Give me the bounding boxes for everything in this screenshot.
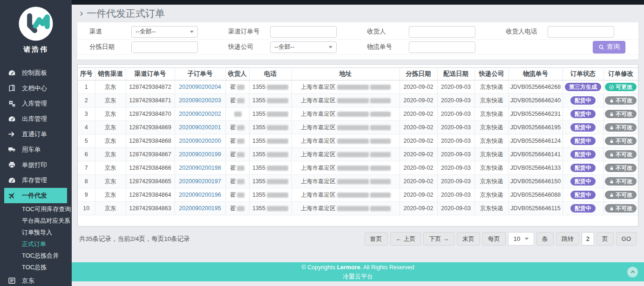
table-row: 1京东12874293848722020090200204翟1355上海市嘉定区… (78, 80, 638, 94)
redacted-text (370, 179, 391, 184)
consignee-phone-input[interactable] (548, 26, 614, 38)
redacted-text (337, 98, 369, 103)
redacted-text (234, 112, 242, 117)
cogs-icon (8, 100, 16, 107)
sidebar-subitem-order-preimport[interactable]: 订单预导入 (0, 226, 72, 238)
consignee-input[interactable] (409, 26, 475, 38)
channel-order-input[interactable] (270, 26, 337, 38)
cell-logistics-no: JDVB05256646133 (508, 161, 563, 175)
records-summary: 共35条记录，当前2/4页，每页10条记录 (79, 235, 190, 243)
table-row: 8京东12874293848652020090200197翟1355上海市嘉定区… (78, 175, 638, 188)
cell-seq: 10 (78, 202, 95, 215)
sub-order-link[interactable]: 2020090200197 (179, 178, 221, 185)
sidebar-item-inventory-mgmt[interactable]: 库存管理 (0, 173, 72, 188)
sub-order-link[interactable]: 2020090200204 (179, 84, 221, 90)
sidebar-item-label: 文档中心 (22, 84, 47, 93)
redacted-text (337, 139, 369, 144)
cell-phone: 1355 (249, 188, 291, 202)
sub-order-link[interactable]: 2020090200195 (179, 205, 221, 212)
cell-sort-date: 2020-09-02 (400, 188, 437, 202)
list-icon (8, 277, 16, 285)
next-page-button[interactable]: 下页 → (423, 232, 454, 246)
sub-order-link[interactable]: 2020090200201 (179, 124, 221, 131)
sub-order-link[interactable]: 2020090200198 (179, 165, 221, 171)
sidebar-item-document-center[interactable]: 文档中心 (0, 80, 72, 96)
filter-row-2: 分拣日期 快递公司 --全部-- 物流单号 查询 (77, 40, 638, 55)
cell-channel-order: 1287429384872 (126, 80, 175, 94)
sidebar-item-direct-orders[interactable]: 直通订单 (0, 126, 72, 142)
cell-sub-order: 2020090200198 (175, 161, 225, 175)
redacted-text (337, 179, 369, 184)
table-row: 10京东12874293848632020090200195翟1355上海市嘉定… (78, 202, 638, 215)
cell-sort-date: 2020-09-02 (400, 148, 437, 161)
table-row: 6京东12874293848672020090200199翟1355上海市嘉定区… (78, 148, 638, 161)
sidebar-item-label: 用车单 (22, 146, 41, 154)
sub-order-link[interactable]: 2020090200202 (179, 111, 221, 117)
main-content: 一件代发正式订单 渠道 --全部-- 渠道订单号 收货人 收货人电话 (72, 0, 644, 286)
cell-sales-channel: 京东 (95, 134, 126, 148)
redacted-text (337, 112, 369, 117)
order-modify-button[interactable]: 可更改 (605, 83, 637, 91)
prev-page-button[interactable]: ← 上页 (390, 232, 421, 246)
cell-courier: 京东快递 (475, 107, 508, 121)
sidebar-item-doc-printing[interactable]: 单据打印 (0, 157, 72, 173)
filter-row-1: 渠道 --全部-- 渠道订单号 收货人 收货人电话 (77, 24, 638, 40)
search-button[interactable]: 查询 (593, 41, 625, 53)
sidebar-item-inbound-mgmt[interactable]: 入库管理 (0, 96, 72, 111)
sub-order-link[interactable]: 2020090200196 (179, 192, 221, 198)
per-page-select[interactable]: 10 (508, 232, 534, 246)
redacted-text (237, 206, 244, 211)
cell-courier: 京东快递 (475, 202, 508, 215)
cell-address: 上海市嘉定区 (291, 121, 400, 134)
cell-phone: 1355 (249, 107, 291, 121)
courier-select[interactable]: --全部-- (270, 41, 337, 53)
jump-label: 跳转 (556, 232, 579, 246)
sidebar-item-vehicle-orders[interactable]: 用车单 (0, 142, 72, 157)
redacted-text (267, 166, 288, 171)
cell-seq: 1 (78, 80, 95, 94)
cell-delivery-date: 2020-09-03 (437, 107, 475, 121)
sub-order-link[interactable]: 2020090200200 (179, 138, 221, 144)
table-row: 3京东128742938487020200902002021355上海市嘉定区2… (78, 107, 638, 121)
cell-courier: 京东快递 (475, 175, 508, 188)
back-to-top-button[interactable] (627, 266, 638, 277)
cell-address: 上海市嘉定区 (291, 148, 400, 161)
cell-order-status: 配货中 (563, 175, 603, 188)
go-button[interactable]: GO (616, 232, 637, 246)
table-bottom-padding (78, 215, 638, 226)
sort-date-label: 分拣日期 (77, 43, 131, 51)
cell-logistics-no: JDVB05256646231 (508, 107, 563, 121)
cell-order-modify: 不可改 (603, 121, 638, 134)
cell-seq: 7 (78, 161, 95, 175)
redacted-text (337, 206, 369, 211)
sidebar-item-jingdong[interactable]: 京东 (0, 273, 72, 286)
cell-order-modify: 可更改 (603, 80, 638, 94)
pagination-bar: 共35条记录，当前2/4页，每页10条记录 首页 ← 上页 下页 → 末页 每页… (79, 232, 637, 246)
sidebar-item-label: 入库管理 (22, 100, 47, 108)
sub-order-link[interactable]: 2020090200203 (179, 97, 221, 104)
column-header: 销售渠道 (95, 68, 126, 80)
sidebar-subitem-toc-pick-merge[interactable]: TOC总拣合并 (0, 250, 72, 261)
sidebar-item-dashboard[interactable]: 控制面板 (0, 65, 72, 80)
sidebar-item-dropship[interactable]: 一件代发 (4, 188, 67, 203)
redacted-text (267, 193, 288, 198)
first-page-button[interactable]: 首页 (365, 232, 388, 246)
cell-sort-date: 2020-09-02 (400, 80, 437, 94)
sidebar-subitem-formal-orders[interactable]: 正式订单 (0, 238, 72, 250)
sidebar-item-outbound-mgmt[interactable]: 出库管理 (0, 111, 72, 126)
channel-select[interactable]: --全部-- (131, 26, 198, 38)
sub-order-link[interactable]: 2020090200199 (179, 151, 221, 158)
sidebar-nav: 控制面板 文档中心 入库管理 出库管理 直通订单 用车单 单据打印 库存管理 一… (0, 65, 72, 286)
sidebar-subitem-toc-stock-query[interactable]: TOC可用库存查询 (0, 203, 72, 215)
last-page-button[interactable]: 末页 (457, 232, 480, 246)
sort-date-input[interactable] (131, 41, 198, 53)
redacted-text (337, 85, 369, 90)
sidebar-subitem-platform-mapping[interactable]: 平台商品对应关系 (0, 215, 72, 226)
chevron-down-icon (190, 31, 194, 33)
logistics-no-input[interactable] (409, 41, 475, 53)
brand-name: Lermore (337, 264, 360, 271)
consignee-label: 收货人 (355, 27, 409, 36)
jump-page-input[interactable] (582, 232, 594, 246)
gauge-icon (8, 115, 16, 123)
sidebar-subitem-toc-pick[interactable]: TOC总拣 (0, 261, 72, 273)
